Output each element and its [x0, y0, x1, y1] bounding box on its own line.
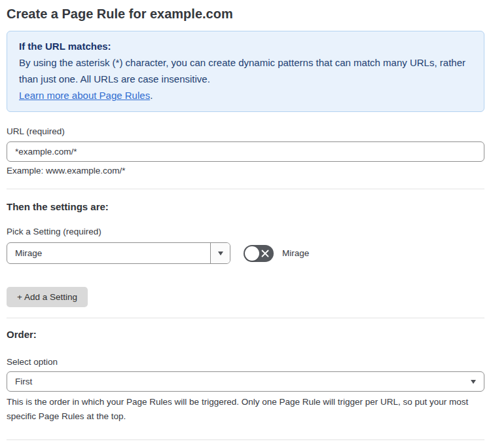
url-match-info-box: If the URL matches: By using the asteris… — [7, 31, 484, 112]
learn-more-link[interactable]: Learn more about Page Rules — [19, 90, 150, 101]
create-page-rule-form: Create a Page Rule for example.com If th… — [0, 0, 491, 448]
url-helper: Example: www.example.com/* — [7, 166, 484, 176]
add-setting-button[interactable]: + Add a Setting — [7, 287, 88, 307]
info-box-body: By using the asterisk (*) character, you… — [19, 54, 472, 87]
caret-down-icon — [218, 252, 223, 255]
toggle-label: Mirage — [282, 248, 309, 258]
order-heading: Order: — [7, 329, 484, 340]
divider — [7, 318, 484, 318]
url-input[interactable] — [7, 141, 484, 162]
mirage-toggle[interactable] — [244, 245, 274, 262]
order-select-value: First — [15, 377, 32, 386]
caret-down-icon — [471, 380, 476, 384]
settings-heading: Then the settings are: — [7, 201, 484, 212]
order-helper: This is the order in which your Page Rul… — [7, 395, 484, 424]
toggle-knob — [245, 246, 259, 261]
setting-dropdown-arrow-button[interactable] — [210, 243, 230, 263]
order-select[interactable]: First — [7, 371, 484, 392]
url-label: URL (required) — [7, 126, 484, 136]
pick-setting-label: Pick a Setting (required) — [7, 227, 484, 236]
divider — [7, 439, 484, 440]
page-title: Create a Page Rule for example.com — [7, 5, 484, 22]
setting-dropdown-value: Mirage — [7, 243, 210, 263]
setting-dropdown[interactable]: Mirage — [7, 242, 230, 264]
link-suffix: . — [150, 90, 153, 101]
setting-row: Mirage Mirage — [7, 242, 484, 264]
info-box-link-line: Learn more about Page Rules. — [19, 87, 472, 103]
divider — [7, 189, 484, 189]
x-icon — [261, 250, 269, 257]
info-box-heading: If the URL matches: — [19, 38, 472, 54]
select-option-label: Select option — [7, 357, 484, 367]
